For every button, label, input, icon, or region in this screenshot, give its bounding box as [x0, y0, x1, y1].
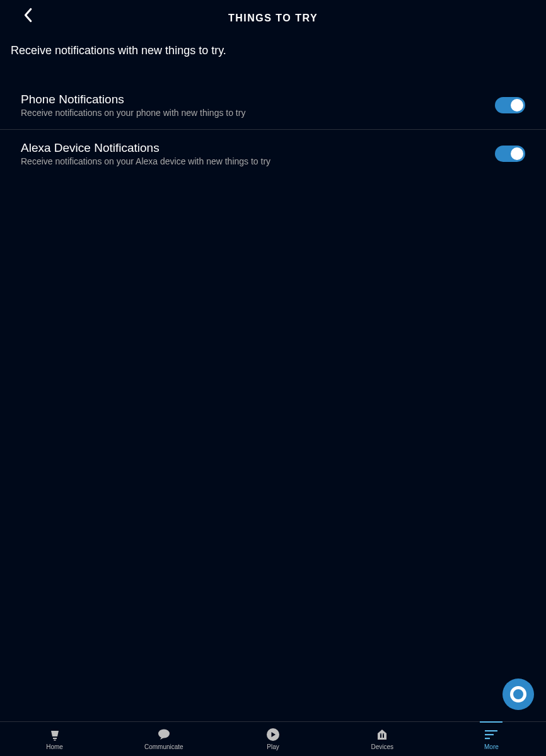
- setting-desc: Receive notifications on your Alexa devi…: [21, 156, 495, 166]
- svg-rect-0: [53, 738, 57, 739]
- svg-rect-10: [485, 738, 490, 739]
- setting-texts: Phone Notifications Receive notification…: [21, 93, 495, 118]
- setting-texts: Alexa Device Notifications Receive notif…: [21, 141, 495, 166]
- setting-desc: Receive notifications on your phone with…: [21, 108, 495, 118]
- setting-title: Phone Notifications: [21, 93, 495, 106]
- nav-label: Communicate: [144, 743, 183, 750]
- svg-rect-9: [485, 734, 494, 735]
- setting-title: Alexa Device Notifications: [21, 141, 495, 155]
- phone-notifications-toggle[interactable]: [495, 97, 525, 113]
- communicate-icon: [157, 728, 171, 742]
- chevron-left-icon: [22, 8, 33, 23]
- nav-play[interactable]: Play: [218, 722, 327, 756]
- svg-rect-8: [485, 730, 497, 731]
- nav-home[interactable]: Home: [0, 722, 109, 756]
- header: THINGS TO TRY: [0, 0, 546, 30]
- page-title: THINGS TO TRY: [228, 13, 318, 24]
- alexa-device-notifications-row: Alexa Device Notifications Receive notif…: [0, 130, 546, 178]
- svg-rect-1: [54, 740, 55, 741]
- alexa-voice-button[interactable]: [502, 679, 534, 710]
- more-icon: [484, 728, 498, 742]
- nav-devices[interactable]: Devices: [328, 722, 437, 756]
- alexa-device-notifications-toggle[interactable]: [495, 146, 525, 162]
- nav-label: Play: [267, 743, 279, 750]
- nav-label: Devices: [371, 743, 393, 750]
- svg-point-2: [158, 730, 170, 738]
- page-subtitle: Receive notifications with new things to…: [0, 30, 546, 57]
- nav-more[interactable]: More: [437, 722, 546, 756]
- phone-notifications-row: Phone Notifications Receive notification…: [0, 81, 546, 130]
- svg-point-6: [380, 733, 381, 735]
- nav-communicate[interactable]: Communicate: [109, 722, 218, 756]
- nav-label: Home: [46, 743, 63, 750]
- svg-point-7: [383, 733, 384, 735]
- play-icon: [266, 728, 280, 742]
- settings-list: Phone Notifications Receive notification…: [0, 81, 546, 178]
- devices-icon: [376, 728, 388, 742]
- alexa-ring-icon: [510, 686, 526, 702]
- svg-rect-5: [383, 735, 384, 738]
- back-button[interactable]: [19, 6, 37, 24]
- svg-rect-4: [380, 735, 381, 738]
- nav-label: More: [484, 743, 499, 750]
- bottom-nav: Home Communicate Play: [0, 721, 546, 756]
- home-icon: [49, 728, 61, 742]
